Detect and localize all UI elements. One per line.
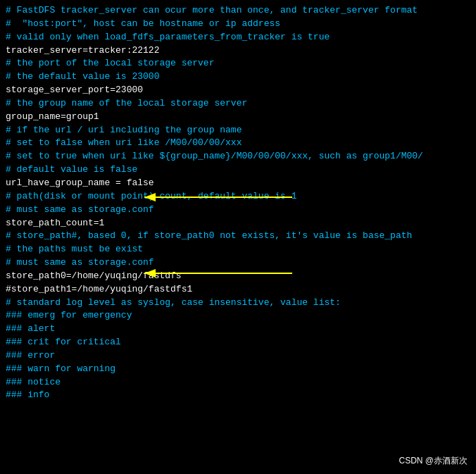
code-line: # valid only when load_fdfs_parameters_f… xyxy=(6,31,470,44)
code-line: group_name=group1 xyxy=(6,111,470,124)
code-line: # the paths must be exist xyxy=(6,243,470,256)
arrow2-icon xyxy=(141,263,296,284)
arrow1-icon xyxy=(141,187,296,208)
code-line: # FastDFS tracker_server can ocur more t… xyxy=(6,4,470,18)
code-line: # store_path#, based 0, if store_path0 n… xyxy=(6,230,470,243)
code-line: store_path_count=1 xyxy=(6,217,470,230)
terminal-window: # FastDFS tracker_server can ocur more t… xyxy=(0,0,476,474)
code-line: # "host:port", host can be hostname or i… xyxy=(6,18,470,31)
code-line: # if the url / uri including the group n… xyxy=(6,124,470,137)
code-line: # set to false when uri like /M00/00/00/… xyxy=(6,137,470,150)
code-line: # the default value is 23000 xyxy=(6,70,470,84)
code-line: ### alert xyxy=(6,323,470,336)
code-line: ### info xyxy=(6,389,470,402)
code-line: # standard log level as syslog, case ins… xyxy=(6,297,470,310)
code-line: ### warn for warning xyxy=(6,363,470,376)
code-line: tracker_server=tracker:22122 xyxy=(6,44,470,58)
code-line: storage_server_port=23000 xyxy=(6,84,470,97)
code-line: ### crit for critical xyxy=(6,336,470,349)
code-line: # default value is false xyxy=(6,163,470,177)
code-line: ### notice xyxy=(6,376,470,389)
code-line: # set to true when uri like ${group_name… xyxy=(6,150,470,163)
watermark-text: CSDN @赤酒新次 xyxy=(399,455,468,467)
code-line: #store_path1=/home/yuqing/fastdfs1 xyxy=(6,283,470,297)
code-line: # the group name of the local storage se… xyxy=(6,97,470,111)
code-line: ### error xyxy=(6,349,470,363)
code-line: ### emerg for emergency xyxy=(6,309,470,323)
code-line: # the port of the local storage server xyxy=(6,57,470,70)
